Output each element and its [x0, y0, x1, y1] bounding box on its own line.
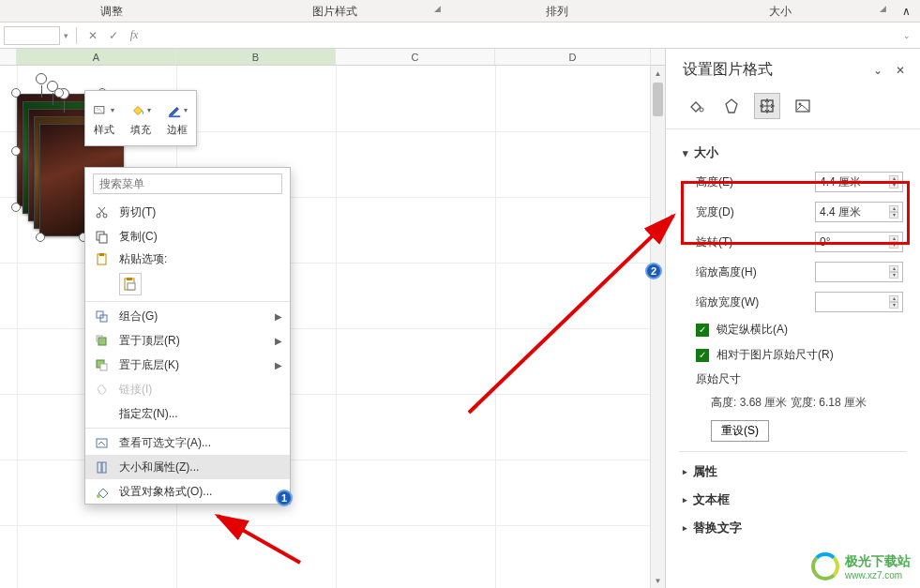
spinner-down[interactable]: ▾	[889, 302, 898, 309]
ctx-cut[interactable]: 剪切(T)	[85, 200, 290, 224]
name-box[interactable]	[4, 26, 60, 45]
spinner-down[interactable]: ▾	[889, 212, 898, 219]
mini-style-button[interactable]: ▾ 样式	[85, 91, 122, 145]
scale-h-input[interactable]: ▴▾	[815, 262, 903, 282]
ctx-label: 粘贴选项:	[119, 251, 282, 267]
sheet-grid[interactable]: ▾ 样式 ▾ 填充 ▾ 边框 剪切(T)	[0, 66, 665, 588]
caret-right-icon: ▸	[683, 495, 687, 505]
pane-tab-fill[interactable]	[683, 93, 709, 119]
ribbon-tab-adjust[interactable]: 调整	[0, 0, 223, 22]
column-header[interactable]: B	[176, 49, 336, 65]
section-label: 文本框	[693, 491, 730, 508]
resize-handle[interactable]	[36, 233, 45, 242]
ctx-group[interactable]: 组合(G) ▶	[85, 304, 290, 328]
spinner-down[interactable]: ▾	[889, 182, 898, 188]
scale-w-input[interactable]: ▴▾	[815, 292, 903, 312]
reset-button[interactable]: 重设(S)	[711, 420, 769, 442]
field-label-rotation: 旋转(T)	[696, 234, 806, 250]
ctx-alt-text[interactable]: 查看可选文字(A)...	[85, 430, 290, 455]
resize-handle[interactable]	[54, 88, 64, 98]
caret-down-icon: ▾	[683, 147, 688, 159]
formula-expand-icon[interactable]: ⌄	[903, 31, 916, 40]
lock-ratio-checkbox[interactable]: ✓ 锁定纵横比(A)	[679, 317, 907, 342]
ribbon-collapse-button[interactable]: ∧	[892, 0, 920, 22]
pane-close-button[interactable]: ✕	[896, 64, 905, 77]
spinner-up[interactable]: ▴	[889, 205, 898, 212]
spinner-up[interactable]: ▴	[889, 265, 898, 272]
svg-rect-17	[100, 364, 107, 370]
send-back-icon	[93, 356, 110, 373]
width-input[interactable]: 4.4 厘米▴▾	[815, 202, 903, 222]
svg-rect-18	[97, 439, 107, 447]
ctx-size-properties[interactable]: 大小和属性(Z)...	[85, 455, 290, 479]
launcher-icon[interactable]: ◢	[434, 0, 441, 20]
spinner-down[interactable]: ▾	[889, 242, 898, 249]
section-size[interactable]: ▾ 大小	[679, 139, 907, 167]
column-header[interactable]: A	[17, 49, 176, 65]
pane-options-button[interactable]: ⌄	[873, 64, 882, 77]
rotation-input[interactable]: 0°▴▾	[815, 232, 903, 252]
mini-item-label: 样式	[94, 123, 114, 137]
worksheet-area[interactable]: A B C D	[0, 49, 666, 588]
spinner-up[interactable]: ▴	[889, 235, 898, 242]
scrollbar-thumb[interactable]	[653, 83, 663, 116]
section-properties[interactable]: ▸ 属性	[679, 458, 907, 486]
original-size-value: 高度: 3.68 厘米 宽度: 6.18 厘米	[679, 391, 907, 416]
context-menu-search-input[interactable]	[93, 173, 282, 194]
height-input[interactable]: 4.4 厘米▴▾	[815, 172, 903, 192]
mini-item-label: 填充	[130, 123, 151, 137]
fx-button[interactable]: fx	[126, 27, 143, 44]
format-picture-pane: 设置图片格式 ⌄ ✕ ▾ 大小 高度(E) 4.4 厘米▴▾ 宽度(D)	[666, 49, 920, 588]
ctx-bring-front[interactable]: 置于顶层(R) ▶	[85, 328, 290, 353]
mini-fill-button[interactable]: ▾ 填充	[122, 91, 158, 145]
mini-border-button[interactable]: ▾ 边框	[159, 91, 196, 145]
pane-tab-size[interactable]	[754, 93, 780, 119]
svg-rect-6	[99, 234, 107, 243]
cut-icon	[93, 204, 110, 220]
paste-option-picture[interactable]	[119, 273, 142, 295]
ribbon-tab-size[interactable]: 大小◢	[669, 0, 892, 22]
resize-handle[interactable]	[11, 146, 21, 156]
border-icon: ▾	[167, 100, 188, 121]
ctx-send-back[interactable]: 置于底层(K) ▶	[85, 353, 290, 377]
annotation-badge-1: 1	[276, 490, 293, 506]
pane-tab-picture[interactable]	[790, 93, 816, 119]
pane-tab-effects[interactable]	[718, 93, 745, 119]
ctx-paste-options	[85, 269, 290, 299]
formula-confirm-button[interactable]: ✓	[105, 27, 122, 44]
section-label: 大小	[694, 144, 718, 161]
launcher-icon[interactable]: ◢	[880, 0, 886, 20]
ctx-label: 链接(I)	[119, 382, 282, 398]
spinner-up[interactable]: ▴	[889, 175, 898, 182]
name-box-dropdown-icon[interactable]: ▾	[64, 31, 68, 40]
svg-rect-11	[128, 283, 135, 290]
column-header[interactable]: D	[495, 49, 651, 65]
ctx-assign-macro[interactable]: 指定宏(N)...	[85, 401, 290, 426]
checkbox-checked-icon: ✓	[696, 349, 709, 362]
spinner-up[interactable]: ▴	[889, 295, 898, 302]
vertical-scrollbar[interactable]: ▲ ▼	[650, 66, 665, 588]
resize-handle[interactable]	[11, 203, 21, 212]
ctx-format-object[interactable]: 设置对象格式(O)...	[85, 479, 290, 504]
ribbon-tab-arrange[interactable]: 排列	[446, 0, 670, 22]
ribbon-tab-picture-style[interactable]: 图片样式◢	[223, 0, 446, 22]
scroll-down-icon[interactable]: ▼	[651, 573, 665, 588]
spinner-down[interactable]: ▾	[889, 272, 898, 279]
column-header[interactable]: C	[336, 49, 495, 65]
formula-input[interactable]	[146, 26, 899, 45]
formula-cancel-button[interactable]: ✕	[84, 27, 101, 44]
svg-point-1	[97, 107, 98, 108]
relative-orig-checkbox[interactable]: ✓ 相对于图片原始尺寸(R)	[679, 342, 907, 368]
scroll-up-icon[interactable]: ▲	[651, 66, 665, 81]
resize-handle[interactable]	[11, 88, 21, 98]
group-icon	[93, 308, 110, 324]
rotate-handle[interactable]	[36, 73, 47, 84]
section-alttext[interactable]: ▸ 替换文字	[679, 514, 907, 542]
section-textbox[interactable]: ▸ 文本框	[679, 486, 907, 514]
select-all-cell[interactable]	[0, 49, 17, 65]
ctx-copy[interactable]: 复制(C)	[85, 224, 290, 249]
ctx-label: 剪切(T)	[119, 204, 282, 220]
ctx-label: 指定宏(N)...	[119, 406, 282, 422]
svg-rect-2	[169, 115, 180, 117]
ctx-label: 组合(G)	[119, 309, 265, 324]
